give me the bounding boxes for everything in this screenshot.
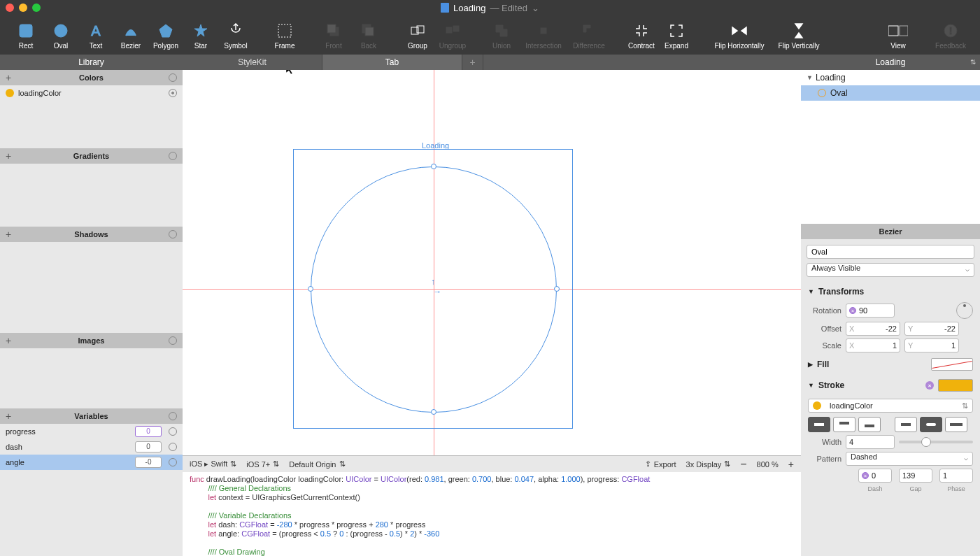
back-button[interactable]: Back — [351, 15, 386, 55]
shape-name-input[interactable] — [807, 245, 974, 259]
add-icon[interactable]: + — [6, 229, 11, 240]
variable-row[interactable]: dash0 — [0, 439, 183, 455]
ungroup-button[interactable]: Ungroup — [435, 15, 470, 55]
inspector-header[interactable]: Loading⇅ — [801, 55, 980, 70]
title-caret[interactable]: ⌄ — [532, 3, 539, 13]
variable-value[interactable]: -0 — [135, 457, 162, 468]
offset-x-input[interactable]: X-22 — [846, 322, 900, 336]
handle[interactable] — [431, 164, 436, 169]
intersection-button[interactable]: Intersection — [519, 15, 568, 55]
disclosure-icon[interactable]: ▼ — [807, 74, 813, 81]
rotation-dial[interactable] — [956, 302, 973, 319]
scale-x-input[interactable]: X1 — [846, 338, 900, 352]
view-button[interactable]: View — [881, 15, 916, 55]
variable-value[interactable]: 0 — [135, 441, 162, 452]
export-button[interactable]: ⇪Export — [645, 459, 676, 469]
pattern-select[interactable]: Dashed — [846, 452, 973, 466]
fill-header[interactable]: ▶Fill — [801, 354, 980, 375]
flip-horizontal-button[interactable]: Flip Horizontally — [708, 15, 771, 55]
handle[interactable] — [308, 286, 313, 292]
section-icon[interactable] — [169, 152, 177, 160]
front-button[interactable]: Front — [316, 15, 351, 55]
gap-input[interactable]: 139 — [899, 469, 932, 483]
feedback-button[interactable]: !Feedback — [930, 15, 972, 55]
visibility-select[interactable]: Always Visible — [807, 263, 974, 277]
code-view[interactable]: func drawLoading(loadingColor loadingCol… — [183, 472, 801, 556]
oval-button[interactable]: Oval — [43, 15, 78, 55]
zoom-icon[interactable] — [32, 3, 41, 12]
handle[interactable] — [554, 286, 560, 292]
stroke-width-input[interactable]: 4 — [846, 435, 895, 449]
rotation-input[interactable]: ×90 — [846, 304, 895, 318]
transforms-header[interactable]: ▼Transforms — [801, 283, 980, 301]
display-select[interactable]: 3x Display⇅ — [686, 459, 731, 469]
canvas[interactable]: Loading ↑ → — [183, 70, 801, 455]
visibility-icon[interactable] — [169, 427, 177, 436]
union-button[interactable]: Union — [484, 15, 519, 55]
fill-swatch[interactable] — [931, 358, 973, 371]
close-icon[interactable] — [6, 3, 14, 12]
tree-root[interactable]: ▼Loading — [801, 70, 980, 85]
section-icon[interactable] — [169, 336, 177, 345]
color-item[interactable]: loadingColor — [0, 85, 183, 101]
star-button[interactable]: Star — [183, 15, 218, 55]
stroke-header[interactable]: ▼Stroke× — [801, 375, 980, 396]
handle[interactable] — [431, 409, 436, 415]
visibility-icon[interactable] — [169, 443, 177, 451]
visibility-icon[interactable] — [169, 89, 177, 97]
os-select[interactable]: iOS 7+⇅ — [246, 459, 279, 469]
add-tab-button[interactable]: + — [462, 55, 483, 70]
stroke-width-slider[interactable] — [899, 441, 973, 443]
shadows-header[interactable]: +Shadows — [0, 227, 183, 242]
bezier-button[interactable]: Bezier — [113, 15, 148, 55]
origin-marker[interactable]: ↑ → — [431, 277, 441, 297]
add-icon[interactable]: + — [6, 72, 11, 83]
offset-y-input[interactable]: Y-22 — [904, 322, 959, 336]
add-icon[interactable]: + — [6, 335, 11, 346]
tab-canvas[interactable]: Tab — [322, 55, 462, 70]
target-select[interactable]: iOS ▸ Swift⇅ — [190, 459, 236, 469]
variable-row[interactable]: angle-0 — [0, 455, 183, 470]
section-icon[interactable] — [169, 412, 177, 420]
svg-rect-14 — [541, 28, 546, 34]
gradients-header[interactable]: +Gradients — [0, 148, 183, 164]
phase-input[interactable]: 1 — [939, 469, 973, 483]
section-icon[interactable] — [169, 230, 177, 238]
variable-row[interactable]: progress0 — [0, 424, 183, 439]
flip-vertical-button[interactable]: Flip Vertically — [771, 15, 827, 55]
stroke-color-select[interactable]: loadingColor⇅ — [808, 399, 973, 413]
color-swatch-icon — [6, 89, 14, 97]
rect-button[interactable]: Rect — [8, 15, 43, 55]
scale-y-input[interactable]: Y1 — [904, 338, 959, 352]
visibility-icon[interactable] — [169, 458, 177, 466]
polygon-button[interactable]: Polygon — [148, 15, 183, 55]
tree-item[interactable]: Oval — [801, 85, 980, 101]
group-button[interactable]: Group — [400, 15, 435, 55]
section-icon[interactable] — [169, 73, 177, 82]
contract-button[interactable]: Contract — [624, 15, 659, 55]
dash-input[interactable]: ×0 — [858, 469, 892, 483]
frame-button[interactable]: Frame — [267, 15, 302, 55]
expand-button[interactable]: Expand — [659, 15, 694, 55]
stroke-cap-segment[interactable] — [895, 417, 967, 432]
origin-select[interactable]: Default Origin⇅ — [289, 459, 345, 469]
stroke-swatch[interactable] — [938, 379, 973, 392]
text-button[interactable]: AText — [78, 15, 113, 55]
canvas-tabs: StyleKit Tab + — [183, 55, 801, 70]
images-header[interactable]: +Images — [0, 333, 183, 348]
variable-value[interactable]: 0 — [135, 426, 162, 437]
colors-header[interactable]: +Colors — [0, 70, 183, 85]
pattern-label: Pattern — [808, 455, 841, 463]
symbol-button[interactable]: Symbol — [218, 15, 253, 55]
variables-header[interactable]: +Variables — [0, 408, 183, 424]
minimize-icon[interactable] — [19, 3, 27, 12]
zoom-out-button[interactable]: − — [740, 458, 746, 471]
difference-button[interactable]: Difference — [568, 15, 610, 55]
svg-rect-5 — [278, 24, 291, 37]
add-icon[interactable]: + — [6, 411, 11, 422]
tab-stylekit[interactable]: StyleKit — [183, 55, 322, 70]
add-icon[interactable]: + — [6, 150, 11, 162]
stroke-align-segment[interactable] — [808, 417, 881, 432]
zoom-in-button[interactable]: + — [788, 459, 794, 470]
cursor-icon — [286, 70, 294, 74]
